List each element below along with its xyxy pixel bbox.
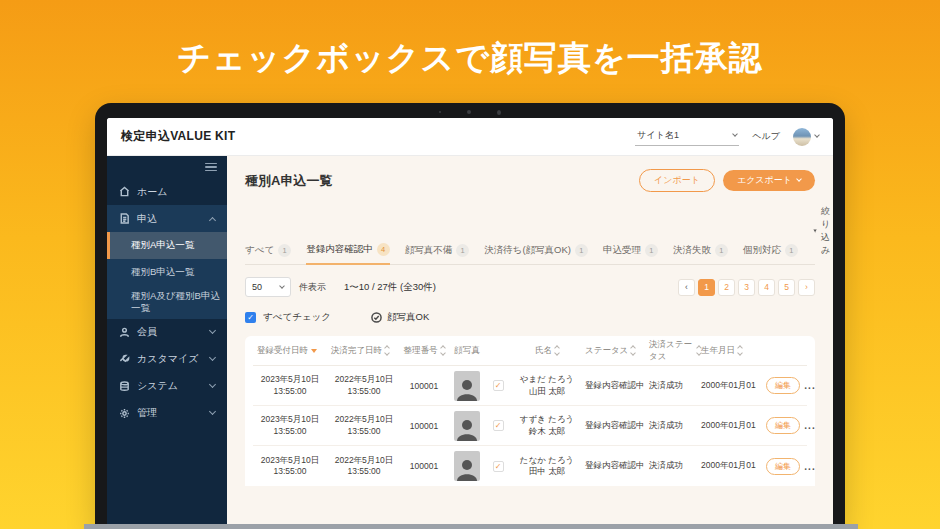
sidebar-item-apply[interactable]: 申込 [107,205,227,232]
person-silhouette-icon [456,377,478,401]
face-photo[interactable] [447,371,487,401]
sidebar-item-label: カスタマイズ [137,352,198,366]
edit-button[interactable]: 編集 [766,377,800,394]
export-button[interactable]: エクスポート [723,170,815,191]
tab-label: 決済失敗 [673,244,711,257]
system-icon [119,381,130,392]
status: 登録内容確認中 [585,420,649,432]
column-header[interactable]: 決済ステータス [649,339,701,363]
tab-count-badge: 1 [456,244,469,257]
edit-cell: 編集 [765,458,801,475]
row-checkbox[interactable]: ✓ [493,461,504,472]
edit-button[interactable]: 編集 [766,458,800,475]
page-button-5[interactable]: 5 [778,279,795,296]
member-icon [119,327,130,338]
prev-page-button[interactable]: ‹ [678,279,695,296]
tab-count-badge: 1 [715,244,728,257]
page-button-1[interactable]: 1 [698,279,715,296]
face-photo-placeholder [454,411,480,441]
tab-payment-waiting[interactable]: 決済待ち(顔写真OK) 1 [484,244,588,264]
sidebar-item-typeA-list[interactable]: 種別A申込一覧 [107,232,227,259]
customize-icon [119,354,130,365]
person-silhouette-icon [456,457,478,481]
check-all-checkbox[interactable]: ✓ [245,312,256,323]
payment-status: 決済成功 [649,380,701,392]
next-page-button[interactable]: › [798,279,815,296]
tab-all[interactable]: すべて 1 [245,244,291,264]
filter-label: 絞り込み [821,205,833,257]
reference-number: 100001 [401,421,447,431]
row-checkbox[interactable]: ✓ [493,420,504,431]
hero-title: チェックボックスで顔写真を一括承認 [0,36,940,81]
column-header[interactable]: ステータス [585,345,649,357]
sidebar-item-label: 種別A及び種別B申込一覧 [131,290,221,315]
site-select[interactable]: サイト名1 [635,127,739,146]
page-button-4[interactable]: 4 [758,279,775,296]
tab-count-badge: 1 [645,244,658,257]
chevron-down-icon [814,132,820,138]
tab-individual[interactable]: 個別対応 1 [743,244,798,264]
column-header[interactable]: 決済完了日時 [327,345,401,357]
tab-label: 個別対応 [743,244,781,257]
face-photo[interactable] [447,451,487,481]
tab-count-badge: 1 [278,244,291,257]
registration-datetime: 2023年5月10日13:55:00 [253,414,327,436]
tab-label: 顔写真不備 [405,244,453,257]
birthday: 2000年01月01 [701,460,765,472]
tab-content-checking[interactable]: 登録内容確認中 4 [306,243,390,265]
column-header[interactable]: 氏名 [509,345,585,357]
edit-cell: 編集 [765,417,801,434]
filter-button[interactable]: 絞り込み [813,205,833,264]
sidebar-item-admin[interactable]: 管理 [107,400,227,427]
row-menu-button[interactable]: ... [804,461,815,472]
applicant-name: やまだ たろう山田 太郎 [509,374,585,396]
photo-ok-label: 顔写真OK [387,311,429,324]
applicant-name: たなか たろう田中 太郎 [509,455,585,477]
row-menu-button[interactable]: ... [804,380,815,391]
sidebar-toggle-icon[interactable] [205,161,217,174]
edit-button[interactable]: 編集 [766,417,800,434]
tab-photo-defect[interactable]: 顔写真不備 1 [405,244,470,264]
page-button-2[interactable]: 2 [718,279,735,296]
birthday: 2000年01月01 [701,380,765,392]
import-button[interactable]: インポート [639,169,715,192]
sidebar-item-customize[interactable]: カスタマイズ [107,346,227,373]
page-button-3[interactable]: 3 [738,279,755,296]
page-size-select[interactable]: 50 [245,277,291,297]
table-row: 2023年5月10日13:55:00 2022年5月10日13:55:00 10… [253,446,807,486]
sidebar-item-label: ホーム [137,185,167,199]
column-header: 顔写真 [447,345,487,357]
sidebar-group-apply: 申込 種別A申込一覧 種別B申込一覧 種別A及び種別B申込一覧 [107,205,227,319]
user-menu[interactable] [793,128,819,146]
tab-payment-failed[interactable]: 決済失敗 1 [673,244,728,264]
check-all-label: すべてチェック [263,311,331,324]
column-header[interactable]: 登録受付日時 [253,345,327,357]
row-menu-button[interactable]: ... [804,420,815,431]
column-header[interactable]: 生年月日 [701,345,765,357]
tab-label: 決済待ち(顔写真OK) [484,244,571,257]
sidebar-item-label: 種別A申込一覧 [131,239,194,251]
sidebar-item-typeB-list[interactable]: 種別B申込一覧 [107,259,227,286]
help-link[interactable]: ヘルプ [752,130,780,143]
row-checkbox[interactable]: ✓ [493,380,504,391]
row-menu-cell: ... [801,380,819,391]
sidebar-item-label: システム [137,379,178,393]
photo-ok-button[interactable]: 顔写真OK [371,311,429,324]
laptop-base [84,524,858,529]
sidebar-item-typeAB-list[interactable]: 種別A及び種別B申込一覧 [107,286,227,319]
chevron-down-icon [279,283,285,289]
sort-icon [555,346,559,355]
row-menu-cell: ... [801,420,819,431]
sidebar-item-system[interactable]: システム [107,373,227,400]
face-photo[interactable] [447,411,487,441]
sidebar-item-home[interactable]: ホーム [107,178,227,205]
status: 登録内容確認中 [585,460,649,472]
tab-accepted[interactable]: 申込受理 1 [603,244,658,264]
registration-datetime: 2023年5月10日13:55:00 [253,374,327,396]
chevron-down-icon [733,131,739,137]
chevron-down-icon [209,381,216,388]
sidebar: ホーム 申込 種別A申込一覧 種別B申込一覧 [107,156,227,529]
column-header[interactable]: 整理番号 [401,345,447,357]
reference-number: 100001 [401,381,447,391]
sidebar-item-members[interactable]: 会員 [107,319,227,346]
